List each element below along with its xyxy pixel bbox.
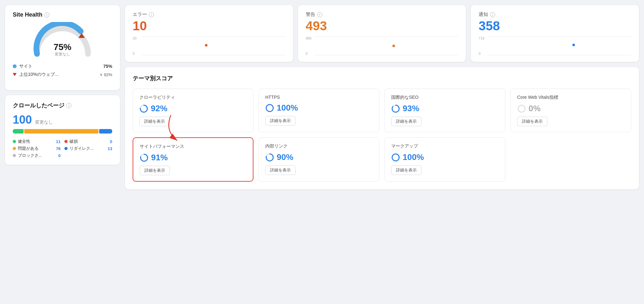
error-sparkline-labels: 20 0 xyxy=(133,36,136,55)
detail-btn-internal-links[interactable]: 詳細を表示 xyxy=(265,165,296,175)
theme-section: テーマ別スコア クローラビリティ 92% 詳細を表示 xyxy=(125,67,639,189)
site-health-info-icon[interactable]: i xyxy=(44,12,49,18)
score-card-internal-links: 内部リンク 90% 詳細を表示 xyxy=(259,137,379,182)
bar-redirect xyxy=(99,129,112,134)
score-circle-https xyxy=(265,104,274,112)
main-layout: Site Health i 75% 変更なし xyxy=(5,5,639,189)
warning-zero: 0 xyxy=(306,52,311,55)
notice-info-icon[interactable]: i xyxy=(490,12,495,17)
svg-point-9 xyxy=(573,44,575,46)
detail-btn-crawlability[interactable]: 詳細を表示 xyxy=(139,117,170,126)
svg-point-16 xyxy=(518,105,525,112)
error-label: エラー i xyxy=(133,11,285,18)
gauge-percent: 75% xyxy=(54,42,71,52)
left-column: Site Health i 75% 変更なし xyxy=(5,5,120,165)
notice-zero: 0 xyxy=(479,52,484,55)
score-percent-cwv: 0% xyxy=(529,104,541,113)
score-value-internal-links: 90% xyxy=(265,152,373,162)
warning-info-icon[interactable]: i xyxy=(317,12,322,17)
detail-btn-performance[interactable]: 詳細を表示 xyxy=(140,166,170,175)
gauge-container: 75% 変更なし サイト 75% xyxy=(13,22,112,79)
error-label-text: エラー xyxy=(133,11,147,18)
score-value-markup: 100% xyxy=(391,152,499,162)
score-percent-internal-links: 90% xyxy=(277,152,293,162)
score-grid-row2: サイトパフォーマンス 91% 詳細を表示 内部リンク xyxy=(133,137,631,182)
label-broken: 破損 xyxy=(70,139,78,144)
legend-row-top10: 上位10%のウェブ... ∨ 92% xyxy=(13,70,112,79)
count-blocked: 0 xyxy=(58,153,61,158)
top10-legend-triangle xyxy=(13,73,17,76)
crawled-info-icon[interactable]: i xyxy=(66,103,71,108)
site-legend-dot xyxy=(13,64,17,68)
warning-max: 986 xyxy=(306,36,311,40)
gauge-legend: サイト 75% 上位10%のウェブ... ∨ 92% xyxy=(13,62,112,79)
score-percent-intl-seo: 93% xyxy=(403,104,419,113)
warning-sparkline-svg xyxy=(315,36,458,55)
theme-title: テーマ別スコア xyxy=(133,75,631,82)
score-grid-row1: クローラビリティ 92% 詳細を表示 HTTPS xyxy=(133,89,631,132)
count-broken: 0 xyxy=(110,139,112,144)
bar-healthy xyxy=(13,129,24,134)
notice-label: 通知 i xyxy=(479,11,631,18)
gauge-center-text: 75% 変更なし xyxy=(54,42,71,57)
score-card-markup: マークアップ 100% 詳細を表示 xyxy=(384,137,505,182)
dot-healthy xyxy=(13,140,16,143)
legend-row-site: サイト 75% xyxy=(13,62,112,70)
score-title-cwv: Core Web Vitals指標 xyxy=(517,95,625,100)
score-percent-crawlability: 92% xyxy=(151,104,167,113)
detail-btn-https[interactable]: 詳細を表示 xyxy=(265,116,296,126)
notice-sparkline-svg xyxy=(487,36,631,55)
score-card-performance: サイトパフォーマンス 91% 詳細を表示 xyxy=(133,137,253,182)
label-healthy: 健全性 xyxy=(18,139,30,144)
score-percent-https: 100% xyxy=(277,103,298,113)
score-title-internal-links: 内部リンク xyxy=(265,143,373,149)
crawled-title-text: クロールしたページ xyxy=(13,102,64,109)
right-column: エラー i 10 20 0 xyxy=(125,5,639,189)
legend-redirect: リダイレク... 13 xyxy=(64,146,112,151)
legend-broken: 破損 0 xyxy=(64,139,112,144)
count-healthy: 11 xyxy=(56,139,61,144)
top10-change-value: 92% xyxy=(104,72,112,77)
error-info-icon[interactable]: i xyxy=(149,12,154,17)
label-redirect: リダイレク... xyxy=(70,146,94,151)
crawled-title: クロールしたページ i xyxy=(13,102,112,109)
notice-label-text: 通知 xyxy=(479,11,488,18)
score-title-markup: マークアップ xyxy=(391,143,499,149)
notice-max: 716 xyxy=(479,36,484,40)
bar-issues xyxy=(24,129,99,134)
score-card-https: HTTPS 100% 詳細を表示 xyxy=(259,89,379,132)
gauge-svg-wrap: 75% 変更なし xyxy=(31,22,94,57)
dot-broken xyxy=(64,140,68,143)
score-title-performance: サイトパフォーマンス xyxy=(140,144,246,149)
site-legend-value: 75% xyxy=(103,64,112,69)
error-value: 10 xyxy=(133,19,285,33)
crawled-legend-grid: 健全性 11 破損 0 問題がある 76 xyxy=(13,139,112,158)
change-arrow-down: ∨ xyxy=(100,72,103,77)
label-blocked: ブロックさ... xyxy=(18,153,42,158)
score-circle-intl-seo xyxy=(391,104,400,113)
site-health-card: Site Health i 75% 変更なし xyxy=(5,5,120,90)
top10-legend-label: 上位10%のウェブ... xyxy=(19,72,59,77)
gauge-sub: 変更なし xyxy=(54,52,71,57)
detail-btn-markup[interactable]: 詳細を表示 xyxy=(391,165,421,175)
site-legend-label: サイト xyxy=(19,63,33,69)
legend-issues: 問題がある 76 xyxy=(13,146,61,151)
detail-btn-cwv[interactable]: 詳細を表示 xyxy=(517,117,547,126)
score-circle-internal-links xyxy=(265,153,274,162)
score-circle-crawlability xyxy=(139,104,148,113)
detail-btn-intl-seo[interactable]: 詳細を表示 xyxy=(391,117,421,126)
score-circle-performance xyxy=(140,153,149,162)
site-health-title-text: Site Health xyxy=(13,11,42,18)
error-sparkline: 20 0 xyxy=(133,36,285,55)
dot-blocked xyxy=(13,154,16,157)
legend-blocked: ブロックさ... 0 xyxy=(13,153,61,158)
score-value-https: 100% xyxy=(265,103,373,113)
label-issues: 問題がある xyxy=(18,146,39,151)
notice-sparkline: 716 0 xyxy=(479,36,631,55)
top10-change: ∨ 92% xyxy=(100,72,112,77)
warning-label: 警告 i xyxy=(306,11,458,18)
score-value-crawlability: 92% xyxy=(139,104,247,113)
site-health-title: Site Health i xyxy=(13,11,112,18)
score-circle-markup xyxy=(391,153,400,162)
notice-card: 通知 i 358 716 0 xyxy=(471,5,639,62)
